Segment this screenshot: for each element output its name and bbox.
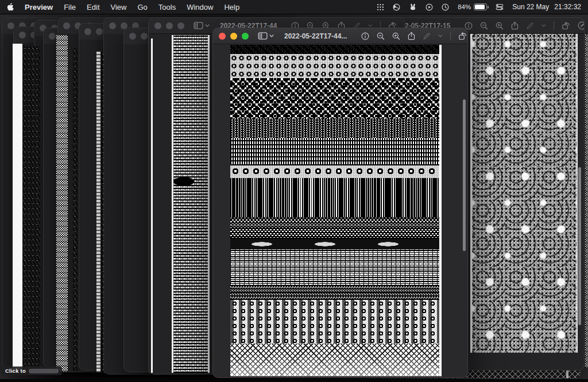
sidebar-button[interactable] xyxy=(256,32,276,40)
zoom-in-icon[interactable] xyxy=(496,22,504,30)
rotate-left-icon[interactable] xyxy=(458,32,467,40)
apple-menu[interactable] xyxy=(7,3,14,11)
chevron-down-icon[interactable] xyxy=(438,34,443,37)
toolbar-divider xyxy=(554,21,554,30)
info-icon[interactable] xyxy=(465,22,473,30)
window-front[interactable]: 2022-05-22T17-44... xyxy=(212,28,468,378)
tooltip-text: Click to xyxy=(5,368,26,374)
pattern-band xyxy=(230,165,439,178)
menu-edit[interactable]: Edit xyxy=(87,0,99,14)
screen-bottom-edge xyxy=(0,379,588,382)
window-content-sliver xyxy=(56,35,68,372)
page-edge xyxy=(151,38,153,373)
menu-help[interactable]: Help xyxy=(224,0,239,14)
markup-pencil-icon[interactable] xyxy=(423,32,431,40)
pattern-band xyxy=(230,249,439,286)
window-content-sliver xyxy=(96,52,100,372)
chevron-down-icon xyxy=(205,24,210,27)
close-button[interactable] xyxy=(49,33,56,40)
pattern-band xyxy=(230,78,439,118)
zoom-out-icon[interactable] xyxy=(377,32,385,40)
close-button[interactable] xyxy=(219,33,226,40)
toolbar-divider xyxy=(450,32,451,40)
pattern-band xyxy=(230,286,439,300)
chevron-down-icon[interactable] xyxy=(541,24,546,27)
menu-go[interactable]: Go xyxy=(137,0,147,14)
apps-grid-icon[interactable] xyxy=(377,3,384,11)
close-button[interactable] xyxy=(84,28,91,35)
close-button[interactable] xyxy=(63,22,70,29)
window-title: 2022-05-22T17-44... xyxy=(284,32,347,40)
window-content-sliver xyxy=(23,46,40,371)
rabbit-icon[interactable] xyxy=(409,3,417,10)
desktop: 2022-05-22T17-15 xyxy=(0,0,588,382)
document-image xyxy=(172,35,210,373)
window-content-sliver xyxy=(73,48,78,371)
info-icon[interactable] xyxy=(361,32,369,40)
stats-icon[interactable] xyxy=(393,3,400,11)
vertical-scrollbar[interactable] xyxy=(463,99,466,251)
rotate-left-icon[interactable] xyxy=(562,22,570,30)
pattern-band xyxy=(230,344,439,376)
tooltip-blob xyxy=(29,369,59,373)
document-image xyxy=(470,34,578,353)
annotate-icon[interactable] xyxy=(578,21,585,30)
pattern-band xyxy=(230,300,439,344)
pattern-band xyxy=(230,239,439,249)
pattern-band xyxy=(230,45,439,54)
minimize-button[interactable] xyxy=(166,22,173,29)
share-icon[interactable] xyxy=(408,32,415,40)
tooltip: Click to xyxy=(2,366,62,375)
sidebar-icon xyxy=(194,22,203,29)
minimize-button[interactable] xyxy=(96,28,103,35)
menu-view[interactable]: View xyxy=(111,0,127,14)
menu-app-name[interactable]: Preview xyxy=(25,0,53,14)
apple-icon xyxy=(7,3,14,11)
minimize-button[interactable] xyxy=(141,33,148,40)
battery-icon xyxy=(474,3,487,10)
window-content-sliver xyxy=(13,44,22,370)
zoom-button[interactable] xyxy=(242,33,249,40)
pattern-band xyxy=(230,118,439,138)
menu-clock[interactable]: Sun 22 May 21:32:32 xyxy=(512,3,581,11)
close-button[interactable] xyxy=(19,32,26,38)
play-circle-icon[interactable] xyxy=(425,3,433,11)
menu-tools[interactable]: Tools xyxy=(158,0,176,14)
close-button[interactable] xyxy=(7,22,14,29)
menu-file[interactable]: File xyxy=(64,0,76,14)
sidebar-icon xyxy=(258,32,268,40)
window-titlebar[interactable]: 2022-05-22T17-44... xyxy=(213,28,467,44)
menu-window[interactable]: Window xyxy=(187,0,213,14)
close-button[interactable] xyxy=(129,33,136,40)
minimize-button[interactable] xyxy=(230,33,237,40)
chevron-down-icon[interactable] xyxy=(368,24,373,27)
window-content-sliver xyxy=(585,34,588,368)
close-button[interactable] xyxy=(154,22,161,29)
menu-date: Sun 22 May xyxy=(512,3,549,11)
menu-bar: Preview File Edit View Go Tools Window H… xyxy=(0,0,588,14)
vertical-scrollbar[interactable] xyxy=(578,167,581,325)
battery-status[interactable]: 84% xyxy=(458,3,487,10)
close-button[interactable] xyxy=(109,22,116,29)
pattern-band xyxy=(230,138,439,165)
pattern-band xyxy=(230,178,439,217)
menu-time: 21:32:32 xyxy=(554,3,581,11)
pattern-band xyxy=(230,217,439,239)
zoom-button[interactable] xyxy=(177,22,184,29)
time-machine-icon[interactable] xyxy=(442,3,449,11)
battery-percent: 84% xyxy=(458,3,471,10)
pattern-highlights xyxy=(472,34,577,353)
document-image xyxy=(230,45,442,376)
share-icon[interactable] xyxy=(511,21,519,30)
pattern-band xyxy=(230,54,439,78)
control-center-icon[interactable] xyxy=(496,3,504,10)
zoom-in-icon[interactable] xyxy=(392,32,400,40)
sidebar-button[interactable] xyxy=(192,22,211,29)
chevron-down-icon xyxy=(269,34,274,37)
battery-fill xyxy=(475,5,485,9)
zoom-out-icon[interactable] xyxy=(480,22,488,30)
markup-pencil-icon[interactable] xyxy=(526,22,534,30)
